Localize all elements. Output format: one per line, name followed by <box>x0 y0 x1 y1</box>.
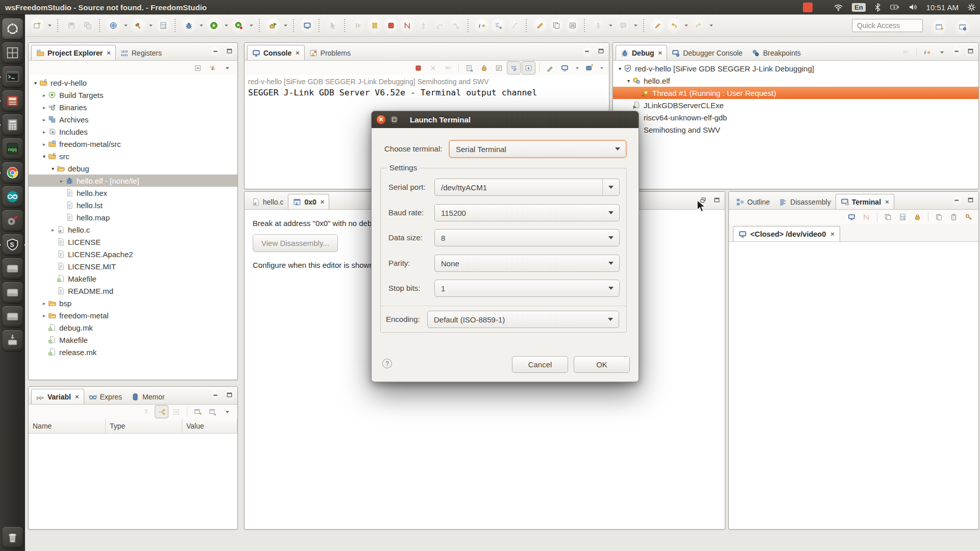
display-console-menu-icon[interactable] <box>573 60 581 76</box>
view-menu-icon[interactable] <box>220 405 234 418</box>
close-tab-icon[interactable]: × <box>107 49 111 57</box>
launcher-notepadqq[interactable]: nqq <box>2 138 23 159</box>
minimize-panel-icon[interactable] <box>951 46 962 57</box>
scroll-lock-icon[interactable] <box>911 210 924 223</box>
clock[interactable]: 10:51 AM <box>926 3 959 12</box>
launcher-chrome[interactable] <box>2 162 23 183</box>
minimize-panel-icon[interactable] <box>210 46 221 57</box>
close-tab-icon[interactable]: × <box>75 393 79 400</box>
launcher-disk-drive-1[interactable] <box>2 258 23 279</box>
tab-outline[interactable]: Outline <box>731 194 774 209</box>
tree-item-hello-c[interactable]: ▸.chello.c <box>29 223 237 236</box>
back-menu-icon[interactable] <box>682 18 691 33</box>
minimize-panel-icon[interactable] <box>951 195 962 206</box>
annotation-menu-icon[interactable] <box>631 18 640 33</box>
recording-indicator-icon[interactable] <box>803 3 813 12</box>
suspend-button[interactable] <box>367 18 382 33</box>
expand-arrow-icon[interactable]: ▸ <box>40 105 48 110</box>
help-button[interactable]: ? <box>382 359 392 368</box>
view-menu-icon[interactable] <box>935 45 949 59</box>
link-with-editor-button[interactable] <box>549 18 564 33</box>
tree-item-archives[interactable]: ▸Archives <box>29 113 237 126</box>
tree-item-readme-md[interactable]: README.md <box>29 285 237 297</box>
toggle-mark-occurrences-button[interactable] <box>532 18 548 33</box>
launcher-arduino[interactable] <box>2 186 23 207</box>
disconnect-button[interactable] <box>400 18 415 33</box>
tab-disassembly[interactable]: Disassembly <box>774 194 835 209</box>
tree-item-makefile[interactable]: Makefile <box>29 272 237 285</box>
debug-perspective-button[interactable] <box>955 19 970 35</box>
collapse-arrow-icon[interactable]: ▾ <box>625 78 632 84</box>
external-tools-menu-icon[interactable] <box>281 18 290 33</box>
tree-item-red-v-hello[interactable]: ▾Cred-v-hello <box>29 77 237 89</box>
maximize-panel-icon[interactable] <box>224 46 235 57</box>
baud-rate-select[interactable]: 115200 <box>434 204 620 221</box>
instruction-stepping-button[interactable]: i <box>474 18 489 33</box>
open-perspective-button[interactable] <box>932 19 947 35</box>
collapse-arrow-icon[interactable]: ▾ <box>40 154 48 159</box>
tab-terminal[interactable]: Terminal× <box>836 194 894 209</box>
dialog-close-icon[interactable]: ✕ <box>376 115 386 124</box>
maximize-panel-icon[interactable] <box>224 390 235 400</box>
launcher-calculator[interactable] <box>2 114 23 135</box>
tree-item-hello-elf[interactable]: ▾hello.elf <box>613 74 978 87</box>
maximize-panel-icon[interactable] <box>596 46 606 57</box>
session-gear-icon[interactable] <box>967 3 976 12</box>
launcher-trash[interactable] <box>2 527 23 548</box>
tree-item-src[interactable]: ▾Csrc <box>29 150 237 162</box>
minimize-panel-icon[interactable] <box>582 46 593 57</box>
terminate-button[interactable] <box>383 18 399 33</box>
move-to-line-button[interactable] <box>491 18 506 33</box>
tree-item-jlinkgdbserverclexe[interactable]: JLinkGDBServerCLExe <box>613 99 978 111</box>
launch-configurations-button[interactable] <box>106 18 121 33</box>
close-tab-icon[interactable]: × <box>296 49 300 57</box>
build-button[interactable] <box>131 18 146 33</box>
battery-icon[interactable] <box>890 3 900 11</box>
tree-item-release-mk[interactable]: release.mk <box>29 346 237 358</box>
wifi-icon[interactable] <box>834 3 843 12</box>
run-menu-icon[interactable] <box>222 18 231 33</box>
expand-arrow-icon[interactable]: ▸ <box>40 141 48 147</box>
external-tools-button[interactable] <box>265 18 281 33</box>
build-log-button[interactable]: 010110 <box>156 18 171 33</box>
last-edit-location-button[interactable] <box>650 18 665 33</box>
tree-item-debug-mk[interactable]: debug.mk <box>29 321 237 334</box>
tree-item-hello-lst[interactable]: hello.lst <box>29 199 237 211</box>
dictation-menu-icon[interactable] <box>606 18 615 33</box>
set-encoding-icon[interactable]: 010110 <box>896 210 910 223</box>
serial-port-select[interactable]: /dev/ttyACM1 <box>434 179 620 196</box>
profile-button[interactable] <box>231 18 247 33</box>
debug-button[interactable] <box>181 18 197 33</box>
tab-memor[interactable]: Memor <box>127 389 169 404</box>
volume-icon[interactable] <box>909 3 918 11</box>
tree-item-binaries[interactable]: ▸10Binaries <box>29 101 237 113</box>
back-button[interactable] <box>666 18 681 33</box>
tab-debugger-console[interactable]: Debugger Console <box>667 45 747 60</box>
stop-bits-select[interactable]: 1 <box>434 280 620 297</box>
tree-item-hello-elf-none-le[interactable]: ▸hello.elf - [none/le] <box>29 174 237 187</box>
forward-menu-icon[interactable] <box>707 18 716 33</box>
dialog-maximize-icon[interactable] <box>389 115 399 124</box>
launch-menu-icon[interactable] <box>121 18 130 33</box>
close-tab-icon[interactable]: × <box>658 49 663 57</box>
open-terminal-icon[interactable] <box>845 210 859 223</box>
tree-item-build-targets[interactable]: ▸Build Targets <box>29 89 237 101</box>
terminal-settings-icon[interactable] <box>962 210 975 223</box>
pin-console-icon[interactable] <box>522 61 535 74</box>
launcher-terminal-app[interactable] <box>2 66 23 87</box>
expand-arrow-icon[interactable]: ▸ <box>40 117 48 122</box>
toggle-command-input-icon[interactable] <box>881 210 895 223</box>
parity-select[interactable]: None <box>434 255 620 272</box>
tab-hello-c[interactable]: .chello.c <box>247 194 288 209</box>
debug-menu-icon[interactable] <box>197 18 206 33</box>
tree-item-red-v-hello-sifive-gdb-segger-j-link-debugging[interactable]: ▾red-v-hello [SiFive GDB SEGGER J-Link D… <box>613 62 978 74</box>
tree-item-debug[interactable]: ▾debug <box>29 162 237 174</box>
open-console-menu-icon[interactable] <box>597 60 606 76</box>
launcher-file-manager[interactable] <box>2 90 23 111</box>
tab-breakpoints[interactable]: Breakpoints <box>747 45 805 60</box>
word-wrap-icon[interactable] <box>507 61 521 74</box>
launcher-disk-drive-3[interactable] <box>2 306 23 327</box>
display-selected-console-icon[interactable] <box>558 61 572 74</box>
collapse-arrow-icon[interactable]: ▾ <box>49 166 57 171</box>
show-logical-structures-icon[interactable] <box>155 405 168 418</box>
